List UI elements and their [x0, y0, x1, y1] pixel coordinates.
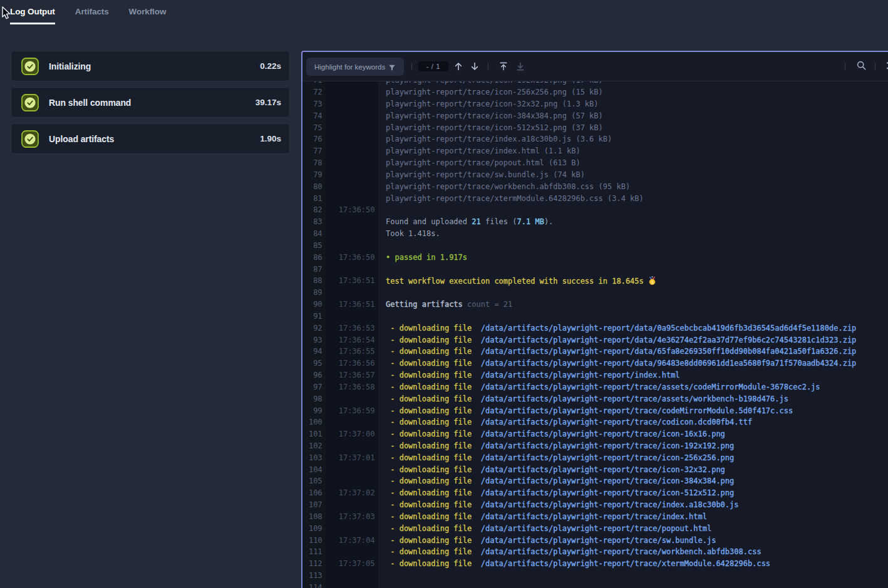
step-name: Upload artifacts — [49, 134, 260, 144]
tab-workflow[interactable]: Workflow — [129, 0, 167, 24]
log-line-message: playwright-report/trace/icon-192x192.png… — [378, 81, 888, 85]
log-line-message: - downloading file /data/artifacts/playw… — [378, 371, 888, 379]
log-line-number[interactable]: 73 — [302, 98, 326, 110]
log-line: 106 17:37:02 - downloading file /data/ar… — [302, 487, 888, 499]
tab-artifacts[interactable]: Artifacts — [75, 0, 109, 24]
log-line-message: playwright-report/trace/icon-256x256.png… — [378, 88, 888, 96]
log-line-message: - downloading file /data/artifacts/playw… — [378, 383, 888, 391]
search-icon[interactable] — [856, 60, 867, 71]
log-line-message: playwright-report/trace/sw.bundle.js (74… — [378, 170, 888, 179]
log-line-number[interactable]: 97 — [302, 381, 326, 393]
step-row[interactable]: Run shell command 39.17s — [11, 87, 290, 118]
log-line-number[interactable]: 81 — [302, 192, 326, 204]
log-line-number[interactable]: 75 — [302, 121, 326, 133]
log-line-timestamp: 17:36:50 — [326, 204, 379, 216]
log-line-number[interactable]: 84 — [302, 228, 326, 240]
log-line-number[interactable]: 93 — [302, 334, 326, 346]
log-line-message: - downloading file /data/artifacts/playw… — [378, 359, 888, 368]
log-line-number[interactable]: 86 — [302, 251, 326, 263]
log-line-number[interactable]: 88 — [302, 275, 326, 287]
log-line-number[interactable]: 74 — [302, 110, 326, 121]
step-row[interactable]: Upload artifacts 1.90s — [11, 123, 290, 154]
log-line-timestamp — [326, 121, 379, 133]
log-line-number[interactable]: 108 — [302, 511, 326, 523]
log-line-number[interactable]: 98 — [302, 393, 326, 405]
log-line-number[interactable]: 110 — [302, 534, 326, 546]
previous-match-arrow-up-icon[interactable] — [453, 61, 464, 72]
log-line-number[interactable]: 79 — [302, 169, 326, 181]
scroll-to-bottom-icon[interactable] — [515, 61, 526, 72]
log-line: 71 playwright-report/trace/icon-192x192.… — [302, 81, 888, 86]
log-line: 96 17:36:57 - downloading file /data/art… — [302, 369, 888, 381]
log-line-number[interactable]: 96 — [302, 369, 326, 381]
log-line-number[interactable]: 94 — [302, 346, 326, 358]
log-line-message: test workflow execution completed with s… — [378, 276, 888, 286]
log-line: 76 playwright-report/trace/index.a18c30b… — [302, 133, 888, 145]
log-line-number[interactable]: 92 — [302, 322, 326, 334]
log-line: 100 - downloading file /data/artifacts/p… — [302, 416, 888, 428]
log-line-number[interactable]: 83 — [302, 216, 326, 228]
log-line-number[interactable]: 85 — [302, 240, 326, 252]
log-line-number[interactable]: 78 — [302, 157, 326, 169]
log-line-number[interactable]: 112 — [302, 558, 326, 570]
log-line-timestamp: 17:36:55 — [326, 346, 379, 358]
log-line-number[interactable]: 99 — [302, 405, 326, 416]
tab-label: Log Output — [10, 7, 55, 16]
log-line-number[interactable]: 90 — [302, 299, 326, 311]
log-lines-container[interactable]: 71 playwright-report/trace/icon-192x192.… — [302, 81, 888, 588]
log-line-timestamp — [326, 463, 379, 475]
log-line: 98 - downloading file /data/artifacts/pl… — [302, 393, 888, 405]
log-line-timestamp — [326, 110, 379, 121]
log-line-message: Getting artifacts count = 21 — [378, 300, 888, 309]
tab-label: Workflow — [129, 7, 167, 16]
log-line-number[interactable]: 91 — [302, 310, 326, 322]
log-line-number[interactable]: 101 — [302, 428, 326, 440]
scroll-to-top-icon[interactable] — [498, 61, 509, 72]
log-line-number[interactable]: 100 — [302, 416, 326, 428]
log-line-message: • passed in 1.917s — [378, 253, 888, 262]
log-line-timestamp — [326, 546, 379, 558]
log-line-number[interactable]: 113 — [302, 570, 326, 582]
log-line: 99 17:36:59 - downloading file /data/art… — [302, 405, 888, 416]
search-match-counter[interactable]: - / 1 — [418, 61, 448, 71]
log-line-number[interactable]: 82 — [302, 204, 326, 216]
log-line-timestamp — [326, 570, 379, 582]
log-line: 82 17:36:50 — [302, 204, 888, 216]
log-line-message: - downloading file /data/artifacts/playw… — [378, 441, 888, 450]
log-line-number[interactable]: 105 — [302, 475, 326, 487]
highlight-keywords-dropdown[interactable]: Highlight for keywords — [306, 58, 404, 76]
log-line-number[interactable]: 102 — [302, 440, 326, 452]
log-line-message: - downloading file /data/artifacts/playw… — [378, 547, 888, 556]
log-line: 111 - downloading file /data/artifacts/p… — [302, 546, 888, 558]
log-line-number[interactable]: 104 — [302, 463, 326, 475]
log-line-number[interactable]: 106 — [302, 487, 326, 499]
log-line-number[interactable]: 109 — [302, 522, 326, 534]
log-line-timestamp — [326, 192, 379, 204]
log-line-number[interactable]: 111 — [302, 546, 326, 558]
log-line-message: Took 1.418s. — [378, 229, 888, 238]
log-line-number[interactable]: 77 — [302, 145, 326, 157]
log-line-number[interactable]: 103 — [302, 451, 326, 463]
log-line-number[interactable]: 95 — [302, 358, 326, 369]
log-line-number[interactable]: 87 — [302, 263, 326, 275]
log-line-number[interactable]: 76 — [302, 133, 326, 145]
log-line: 110 17:37:04 - downloading file /data/ar… — [302, 534, 888, 546]
log-line-number[interactable]: 114 — [302, 582, 326, 588]
log-line: 73 playwright-report/trace/icon-32x32.pn… — [302, 98, 888, 110]
tab-log-output[interactable]: Log Output — [10, 0, 55, 24]
next-match-arrow-down-icon[interactable] — [469, 61, 480, 72]
log-line-number[interactable]: 71 — [302, 81, 326, 86]
log-line-number[interactable]: 89 — [302, 287, 326, 299]
medal-emoji-icon — [648, 276, 656, 285]
log-line: 74 playwright-report/trace/icon-384x384.… — [302, 110, 888, 121]
log-line-timestamp — [326, 522, 379, 534]
log-line-timestamp — [326, 240, 379, 252]
log-line-number[interactable]: 107 — [302, 499, 326, 511]
log-line-timestamp: 17:36:51 — [326, 275, 379, 287]
log-line-message: - downloading file /data/artifacts/playw… — [378, 488, 888, 497]
mouse-cursor-icon — [2, 6, 11, 20]
log-line-message: - downloading file /data/artifacts/playw… — [378, 465, 888, 474]
log-line-number[interactable]: 80 — [302, 180, 326, 192]
log-line-number[interactable]: 72 — [302, 86, 326, 98]
step-row[interactable]: Initializing 0.22s — [11, 51, 290, 81]
